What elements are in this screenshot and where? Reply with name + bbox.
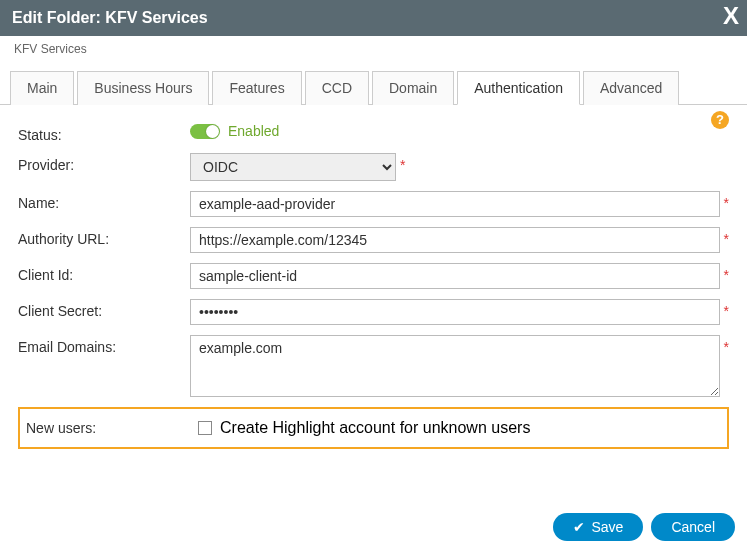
required-mark: * [724, 339, 729, 355]
tab-ccd[interactable]: CCD [305, 71, 369, 105]
new-users-highlight: New users: Create Highlight account for … [18, 407, 729, 449]
check-icon: ✔ [573, 519, 585, 535]
emaildomains-input[interactable] [190, 335, 720, 397]
cancel-button-label: Cancel [671, 519, 715, 535]
authority-input[interactable] [190, 227, 720, 253]
close-icon[interactable]: X [723, 2, 739, 30]
status-value: Enabled [228, 123, 279, 139]
authority-label: Authority URL: [18, 227, 190, 247]
tab-main[interactable]: Main [10, 71, 74, 105]
tab-authentication[interactable]: Authentication [457, 71, 580, 105]
help-icon[interactable]: ? [711, 111, 729, 129]
required-mark: * [724, 231, 729, 247]
provider-label: Provider: [18, 153, 190, 173]
titlebar: Edit Folder: KFV Services [0, 0, 747, 36]
tab-advanced[interactable]: Advanced [583, 71, 679, 105]
required-mark: * [724, 267, 729, 283]
save-button-label: Save [591, 519, 623, 535]
save-button[interactable]: ✔ Save [553, 513, 643, 541]
provider-select[interactable]: OIDC [190, 153, 396, 181]
name-label: Name: [18, 191, 190, 211]
secret-input[interactable] [190, 299, 720, 325]
status-toggle[interactable] [190, 124, 220, 139]
secret-label: Client Secret: [18, 299, 190, 319]
name-input[interactable] [190, 191, 720, 217]
tab-business-hours[interactable]: Business Hours [77, 71, 209, 105]
required-mark: * [724, 303, 729, 319]
tab-domain[interactable]: Domain [372, 71, 454, 105]
newusers-label: New users: [26, 420, 198, 436]
dialog-footer: ✔ Save Cancel [553, 513, 735, 541]
form-panel: ? Status: Enabled Provider: OIDC * Name:… [0, 105, 747, 457]
newusers-checkbox[interactable] [198, 421, 212, 435]
emaildomains-label: Email Domains: [18, 335, 190, 355]
dialog-title: Edit Folder: KFV Services [12, 9, 208, 27]
status-label: Status: [18, 123, 190, 143]
clientid-input[interactable] [190, 263, 720, 289]
required-mark: * [724, 195, 729, 211]
newusers-checkbox-label: Create Highlight account for unknown use… [220, 419, 530, 437]
cancel-button[interactable]: Cancel [651, 513, 735, 541]
required-mark: * [400, 157, 405, 173]
clientid-label: Client Id: [18, 263, 190, 283]
breadcrumb: KFV Services [0, 36, 747, 62]
tab-bar: Main Business Hours Features CCD Domain … [0, 66, 747, 105]
tab-features[interactable]: Features [212, 71, 301, 105]
